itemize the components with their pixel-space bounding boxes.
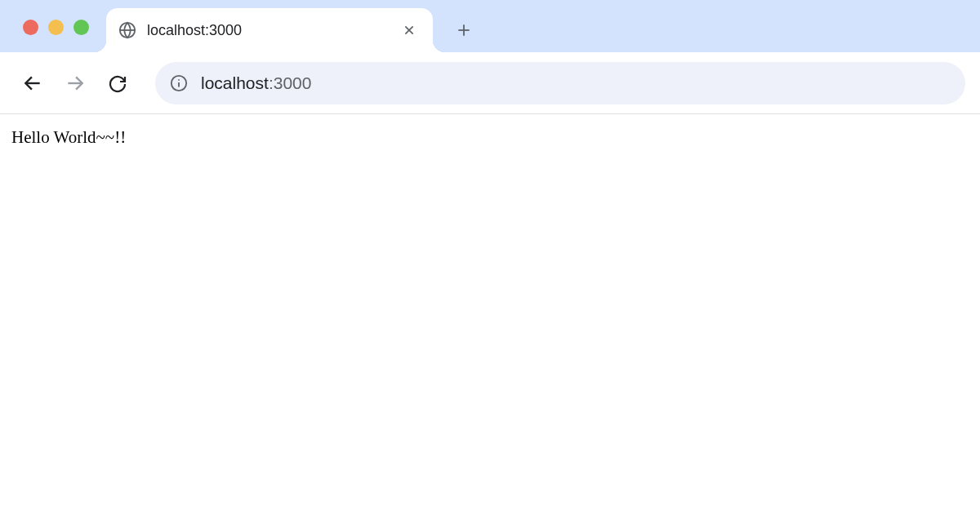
window-close-button[interactable] <box>23 20 38 35</box>
tab-strip: localhost:3000 <box>0 0 980 52</box>
info-icon[interactable] <box>170 74 188 92</box>
page-body-text: Hello World~~!! <box>11 127 126 147</box>
window-maximize-button[interactable] <box>74 20 89 35</box>
back-button[interactable] <box>15 65 51 101</box>
globe-icon <box>118 20 137 40</box>
new-tab-button[interactable] <box>448 14 480 47</box>
tab-title: localhost:3000 <box>147 22 400 39</box>
window-minimize-button[interactable] <box>48 20 64 35</box>
browser-toolbar: localhost:3000 <box>0 52 980 114</box>
url-display: localhost:3000 <box>201 73 311 93</box>
close-icon[interactable] <box>400 21 418 39</box>
url-port: :3000 <box>269 73 312 92</box>
address-bar[interactable]: localhost:3000 <box>155 62 965 104</box>
reload-button[interactable] <box>100 65 136 101</box>
window-controls <box>23 20 89 35</box>
browser-tab[interactable]: localhost:3000 <box>106 8 433 52</box>
svg-point-9 <box>178 78 180 80</box>
forward-button[interactable] <box>57 65 93 101</box>
page-content: Hello World~~!! <box>0 114 980 161</box>
url-host: localhost <box>201 73 269 92</box>
